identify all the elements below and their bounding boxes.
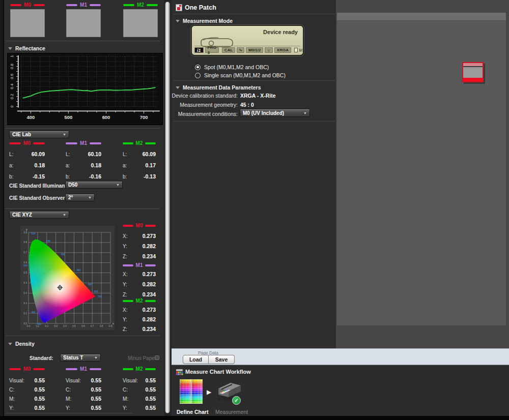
- patch-bottom-bar: [463, 78, 483, 81]
- svg-text:0.9: 0.9: [24, 231, 27, 234]
- density-y-label: Y:: [9, 405, 14, 411]
- radio-spot-mode[interactable]: Spot (M0,M1,M2 and OBC): [195, 64, 269, 70]
- svg-text:0.3: 0.3: [54, 325, 58, 327]
- vertical-scrollbar-thumb[interactable]: [165, 2, 170, 413]
- xyz-x-value: 0.273: [143, 307, 156, 313]
- density-visual-label: Visual:: [9, 378, 24, 383]
- svg-text:560: 560: [61, 253, 65, 256]
- selected-patch-swatch[interactable]: [462, 62, 484, 82]
- workflow-title: Measure Chart Workflow: [185, 369, 251, 375]
- lab-b-label: b:: [9, 174, 13, 179]
- density-y-label: Y:: [123, 405, 127, 411]
- radio-label: Single scan (M0,M1,M2 and OBC): [204, 72, 286, 78]
- illuminant-label: CIE Standard Illuminant:: [9, 183, 68, 189]
- chevron-down-icon: ▼: [63, 133, 66, 136]
- density-y-value: 0.55: [146, 405, 156, 411]
- measurement-step-label[interactable]: Measurement: [215, 409, 248, 415]
- minus-paper-checkbox[interactable]: [155, 355, 159, 360]
- mode-label: M2: [137, 2, 144, 8]
- cie-xyz-selector-dropdown[interactable]: CIE XYZ▼: [9, 211, 69, 219]
- divider: [5, 128, 160, 129]
- left-info-panel: M0 M1 M2 Reflectance 00.20.40.60.8140050…: [4, 0, 164, 420]
- dropdown-value: CIE Lab: [12, 132, 31, 137]
- one-patch-icon: [176, 4, 182, 11]
- svg-text:0.2: 0.2: [45, 325, 49, 327]
- mode-label: M2: [136, 140, 143, 146]
- density-y-value: 0.55: [35, 405, 45, 411]
- svg-text:400: 400: [26, 115, 35, 120]
- density-m-value: 0.55: [35, 396, 45, 402]
- density-section-header[interactable]: Density: [8, 341, 35, 347]
- svg-text:0.4: 0.4: [24, 282, 27, 284]
- svg-text:0.7: 0.7: [91, 325, 94, 327]
- patch-view-header-strip: [337, 13, 506, 21]
- density-standard-dropdown[interactable]: Status T▼: [60, 354, 101, 362]
- chromaticity-chart: 0.00.00.10.10.20.20.30.30.40.40.50.50.60…: [20, 226, 115, 330]
- svg-text:0.8: 0.8: [24, 241, 27, 244]
- reflectance-section-header[interactable]: Reflectance: [8, 45, 45, 51]
- illuminant-dropdown[interactable]: D50▼: [65, 181, 123, 189]
- xyz-y-value: 0.282: [143, 316, 156, 322]
- xyz-z-label: Z:: [123, 326, 127, 332]
- svg-text:700: 700: [98, 295, 102, 298]
- patch-preview-m1: M1: [66, 2, 101, 37]
- svg-text:480: 480: [31, 311, 35, 314]
- lamp-icon: ☼: [265, 47, 272, 53]
- measurement-mode-section-header[interactable]: Measurement Mode: [176, 18, 233, 24]
- define-chart-step-label[interactable]: Define Chart: [177, 409, 208, 415]
- radio-button-icon: [195, 73, 201, 78]
- data-parameters-section-header[interactable]: Measurement Data Parameters: [176, 84, 261, 91]
- minus-paper-label: Minus Paper: [128, 355, 156, 361]
- xyz-x-label: X:: [123, 307, 127, 313]
- step-complete-badge: ✓: [232, 396, 241, 405]
- svg-text:700: 700: [140, 115, 148, 120]
- lab-l-value: 60.10: [88, 151, 101, 157]
- calibration-standard-value: XRGA - X-Rite: [240, 93, 276, 99]
- divider: [5, 41, 160, 41]
- svg-text:0.8: 0.8: [100, 325, 103, 327]
- radio-label: Spot (M0,M1,M2 and OBC): [204, 64, 269, 70]
- reflectance-chart: 00.20.40.60.81400500600700: [7, 53, 163, 125]
- svg-text:0.4: 0.4: [63, 325, 67, 327]
- density-visual-value: 0.55: [146, 377, 156, 383]
- lab-a-label: a:: [66, 163, 70, 168]
- workflow-bar: Measure Chart Workflow ▶ ✓ Define Chart …: [172, 365, 509, 416]
- cie-lab-selector-dropdown[interactable]: CIE Lab▼: [9, 131, 69, 138]
- svg-text:0.1: 0.1: [24, 312, 27, 315]
- divider: [5, 413, 133, 413]
- load-button[interactable]: Load: [183, 355, 209, 364]
- radio-single-scan-mode[interactable]: Single scan (M0,M1,M2 and OBC): [195, 72, 286, 78]
- device-status-bar: i1 PRO 3 CAL ∿ M0/1/2 ☼ XRGA 1/1: [194, 46, 300, 53]
- xyz-y-value: 0.282: [143, 243, 156, 249]
- mode-label: M1: [80, 140, 87, 146]
- xyz-x-label: X:: [123, 272, 127, 277]
- graph-wave-icon: ∿: [237, 47, 244, 53]
- device-status-display: Device ready i1 PRO 3 CAL ∿ M0/1/2 ☼ XRG…: [191, 25, 304, 56]
- disclosure-triangle-icon: [8, 343, 12, 345]
- save-button[interactable]: Save: [209, 355, 235, 364]
- xyz-z-value: 0.234: [143, 326, 156, 332]
- density-m-value: 0.55: [91, 396, 101, 402]
- scrollbar-track[interactable]: [164, 0, 172, 420]
- dropdown-value: 2°: [68, 195, 73, 200]
- mode-label: M1: [136, 262, 143, 268]
- xyz-x-label: X:: [123, 233, 127, 239]
- dropdown-value: CIE XYZ: [12, 212, 32, 218]
- svg-text:0.8: 0.8: [10, 64, 14, 70]
- define-chart-step-icon[interactable]: [180, 379, 203, 404]
- svg-text:0.9: 0.9: [109, 325, 112, 327]
- patch-grid-view: [336, 0, 509, 348]
- observer-dropdown[interactable]: 2°▼: [65, 194, 95, 201]
- lab-a-label: a:: [9, 163, 13, 168]
- xyz-y-label: Y:: [123, 282, 127, 287]
- measurement-conditions-dropdown[interactable]: M0 (UV Included)▼: [240, 109, 310, 117]
- check-icon: ✓: [234, 398, 238, 403]
- svg-text:0.0: 0.0: [24, 322, 27, 325]
- measurement-geometry-value: 45 : 0: [240, 102, 254, 108]
- svg-text:0.7: 0.7: [24, 251, 27, 254]
- calibration-standard-label: Device calibration standard:: [172, 93, 238, 99]
- patch-fill: [463, 67, 483, 78]
- density-m-label: M:: [9, 396, 15, 402]
- svg-text:0.2: 0.2: [10, 94, 14, 99]
- mode-label: M1: [80, 366, 87, 372]
